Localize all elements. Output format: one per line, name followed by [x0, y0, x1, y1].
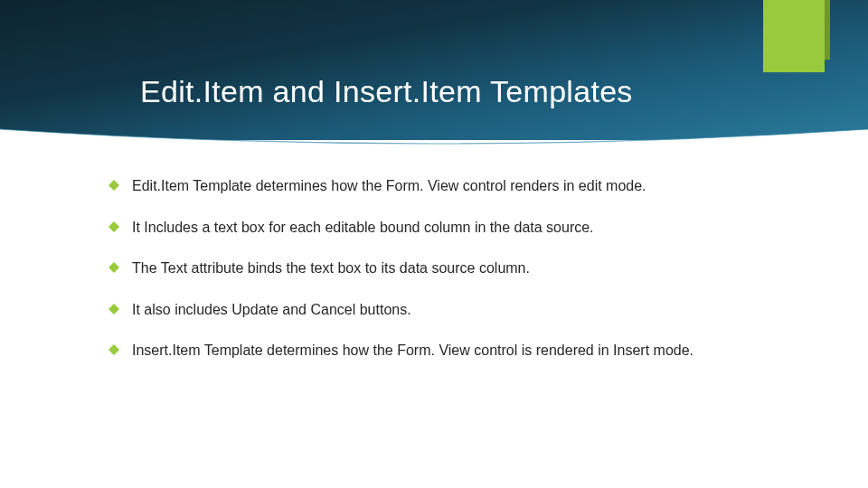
bullet-text: Insert.Item Template determines how the … [132, 341, 769, 361]
bullet-text: It Includes a text box for each editable… [132, 218, 769, 238]
diamond-bullet-icon [108, 180, 119, 191]
bullet-text: The Text attribute binds the text box to… [132, 258, 769, 278]
list-item: Edit.Item Template determines how the Fo… [108, 176, 769, 196]
accent-tab [763, 0, 825, 72]
bullet-text: It also includes Update and Cancel butto… [132, 300, 769, 320]
bullet-text: Edit.Item Template determines how the Fo… [132, 176, 769, 196]
svg-marker-4 [108, 344, 119, 355]
svg-marker-3 [108, 304, 119, 314]
header-band [0, 0, 868, 140]
list-item: Insert.Item Template determines how the … [108, 341, 769, 361]
list-item: It Includes a text box for each editable… [108, 218, 769, 238]
list-item: It also includes Update and Cancel butto… [108, 300, 769, 320]
slide-title: Edit.Item and Insert.Item Templates [140, 74, 633, 109]
content-area: Edit.Item Template determines how the Fo… [108, 176, 769, 382]
diamond-bullet-icon [108, 344, 119, 355]
diamond-bullet-icon [108, 262, 119, 273]
slide: Edit.Item and Insert.Item Templates Edit… [0, 0, 868, 488]
diamond-bullet-icon [108, 221, 119, 232]
svg-marker-2 [108, 262, 119, 273]
list-item: The Text attribute binds the text box to… [108, 258, 769, 278]
svg-marker-0 [108, 180, 119, 191]
svg-marker-1 [108, 221, 119, 232]
diamond-bullet-icon [108, 304, 119, 314]
